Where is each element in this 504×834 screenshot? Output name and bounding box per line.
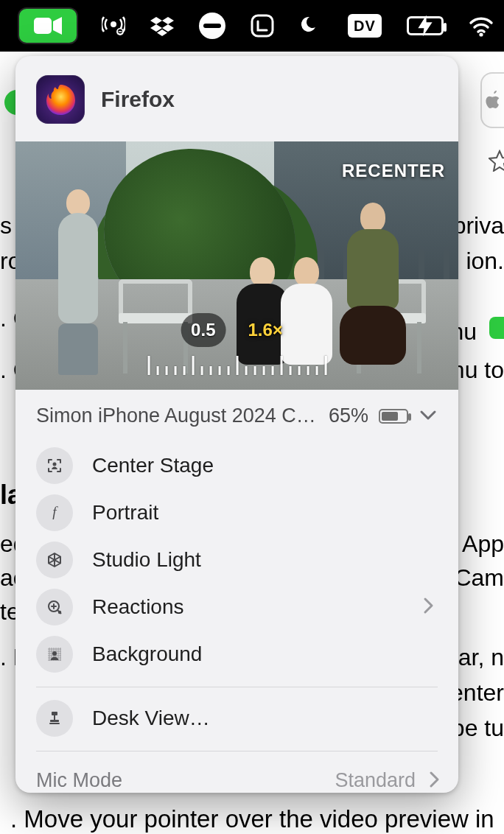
chevron-down-icon bbox=[419, 405, 438, 427]
bg-text: ar, n bbox=[458, 639, 504, 676]
camera-preview[interactable]: RECENTER 0.5 1.6× bbox=[15, 141, 458, 390]
separator bbox=[36, 751, 438, 751]
camera-device-row[interactable]: Simon iPhone August 2024 C… 65% bbox=[15, 390, 458, 439]
video-effects-popover: Firefox RECENTER 0.5 1.6× Simon iPhone A… bbox=[15, 56, 458, 793]
zoom-current-chip[interactable]: 1.6× bbox=[237, 313, 293, 347]
mic-mode-label: Mic Mode bbox=[36, 769, 326, 792]
svg-rect-4 bbox=[119, 31, 122, 32]
facetime-menubar-badge[interactable] bbox=[19, 9, 77, 43]
bg-text-bottom: . Move your pointer over the video previ… bbox=[10, 805, 498, 833]
svg-rect-28 bbox=[50, 720, 59, 722]
svg-point-25 bbox=[52, 651, 57, 656]
chevron-right-icon bbox=[424, 770, 444, 792]
bookmark-star-icon[interactable] bbox=[489, 150, 504, 175]
moon-icon[interactable] bbox=[299, 9, 323, 43]
popover-app-name: Firefox bbox=[101, 87, 175, 112]
background-icon bbox=[36, 636, 73, 673]
bg-text: be tu bbox=[452, 710, 504, 747]
desk-view-icon bbox=[36, 700, 73, 737]
bg-text: priva bbox=[453, 208, 504, 245]
svg-rect-29 bbox=[49, 723, 60, 724]
green-badge bbox=[489, 317, 504, 339]
menu-item-label: Center Stage bbox=[92, 454, 452, 477]
bg-text: Cam bbox=[454, 560, 504, 597]
svg-text:f: f bbox=[52, 504, 58, 519]
menu-item-label: Studio Light bbox=[92, 548, 452, 572]
menu-item-label: Background bbox=[92, 642, 452, 666]
menu-item-label: Desk View… bbox=[92, 707, 452, 730]
center-stage-icon bbox=[36, 447, 73, 484]
menu-item-desk-view[interactable]: Desk View… bbox=[36, 695, 452, 742]
dnd-icon[interactable] bbox=[199, 9, 225, 43]
portrait-icon: f bbox=[36, 494, 73, 531]
mic-mode-value: Standard bbox=[335, 769, 416, 792]
menu-item-label: Portrait bbox=[92, 501, 452, 525]
apple-logo-button[interactable] bbox=[480, 72, 504, 128]
bg-text: enter bbox=[450, 675, 504, 712]
menu-item-background[interactable]: Background bbox=[36, 631, 452, 678]
svg-point-8 bbox=[53, 463, 57, 466]
reactions-icon bbox=[36, 589, 73, 626]
popover-header: Firefox bbox=[15, 56, 458, 141]
svg-point-6 bbox=[479, 32, 483, 36]
menu-item-reactions[interactable]: Reactions bbox=[36, 584, 452, 631]
separator bbox=[36, 687, 438, 687]
app-icon-generic[interactable] bbox=[251, 9, 274, 43]
wifi-icon[interactable] bbox=[469, 9, 494, 43]
zoom-scale[interactable] bbox=[147, 356, 326, 375]
video-camera-icon bbox=[34, 16, 62, 35]
zoom-out-chip[interactable]: 0.5 bbox=[181, 313, 225, 347]
dv-badge[interactable]: DV bbox=[348, 9, 382, 43]
broadcast-icon[interactable] bbox=[102, 9, 125, 43]
device-battery-percent: 65% bbox=[329, 404, 368, 427]
menu-item-portrait[interactable]: f Portrait bbox=[36, 489, 452, 536]
apple-icon bbox=[486, 91, 502, 110]
zoom-controls: 0.5 1.6× bbox=[181, 313, 293, 347]
bg-text: ion. bbox=[466, 243, 504, 280]
menu-item-center-stage[interactable]: Center Stage bbox=[36, 442, 452, 489]
camera-device-name: Simon iPhone August 2024 C… bbox=[36, 404, 318, 427]
svg-rect-27 bbox=[54, 715, 55, 720]
svg-rect-5 bbox=[252, 15, 273, 36]
svg-rect-0 bbox=[34, 18, 52, 34]
svg-point-11 bbox=[58, 611, 61, 614]
svg-rect-26 bbox=[52, 712, 57, 715]
mic-mode-row[interactable]: Mic Mode Standard bbox=[15, 759, 458, 793]
bg-text: s bbox=[0, 208, 12, 245]
video-effects-menu: Center Stage f Portrait Studio Light bbox=[15, 439, 458, 751]
battery-charging-icon[interactable] bbox=[407, 9, 444, 43]
battery-icon bbox=[379, 409, 408, 424]
menu-item-label: Reactions bbox=[92, 595, 399, 619]
bg-text: nu to bbox=[452, 352, 504, 389]
studio-light-icon bbox=[36, 542, 73, 578]
chevron-right-icon bbox=[419, 596, 438, 618]
recenter-button[interactable]: RECENTER bbox=[342, 161, 445, 181]
svg-point-1 bbox=[111, 21, 116, 27]
macos-menubar: DV bbox=[0, 0, 504, 52]
menu-item-studio-light[interactable]: Studio Light bbox=[36, 536, 452, 584]
dropbox-icon[interactable] bbox=[150, 9, 174, 43]
firefox-app-icon bbox=[36, 75, 85, 124]
